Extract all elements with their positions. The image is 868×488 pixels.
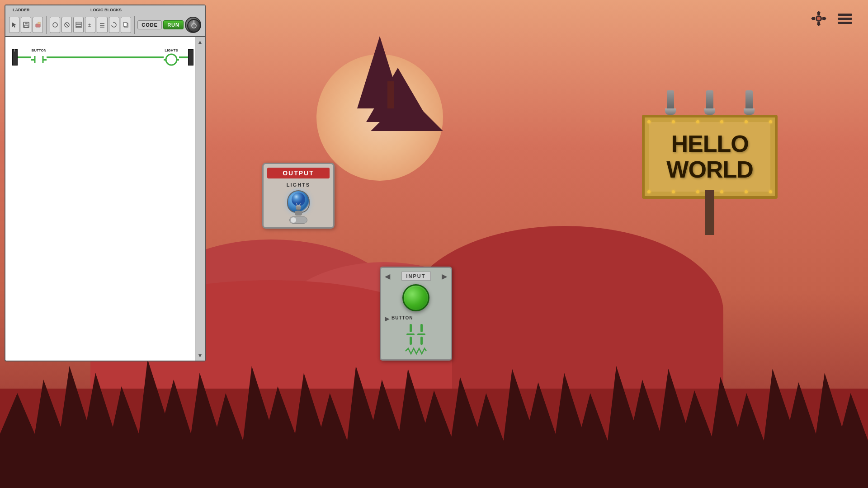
lights-label: LIGHTS xyxy=(267,182,330,188)
scroll-down[interactable]: ▼ xyxy=(198,352,203,359)
input-title: INPUT xyxy=(401,272,431,281)
svg-rect-11 xyxy=(36,24,40,27)
tool-save[interactable] xyxy=(21,17,31,33)
svg-line-15 xyxy=(65,23,69,27)
rail-right xyxy=(188,49,193,66)
toolbar-buttons: ± CODE RUN xyxy=(9,16,201,34)
tool-stack[interactable] xyxy=(73,17,84,33)
input-arrow-right[interactable]: ▶ xyxy=(442,272,447,281)
tool-math[interactable]: ± xyxy=(85,17,95,33)
svg-point-0 xyxy=(292,192,305,206)
output-toggle[interactable] xyxy=(267,216,330,224)
toggle-knob[interactable] xyxy=(289,216,307,224)
gear-icon[interactable] xyxy=(809,9,828,30)
svg-rect-46 xyxy=(838,14,852,16)
toolbar-labels: LADDER LOGIC BLOCKS xyxy=(9,8,201,14)
lights-coil-label: LIGHTS xyxy=(165,48,178,52)
tool-rotate[interactable] xyxy=(109,17,119,33)
input-panel: ◀ INPUT ▶ ▶ BUTTON xyxy=(380,267,452,361)
tool-eraser[interactable] xyxy=(33,17,43,33)
svg-rect-18 xyxy=(76,27,81,28)
output-panel: OUTPUT LIGHTS xyxy=(262,163,335,229)
green-button-container xyxy=(385,284,447,311)
svg-point-37 xyxy=(817,17,821,20)
lights-coil: LIGHTS xyxy=(164,48,179,66)
scroll-up[interactable]: ▲ xyxy=(198,39,203,45)
contact-symbol xyxy=(31,53,47,66)
tree-bot xyxy=(371,95,443,131)
wire-right xyxy=(179,56,188,58)
button-label: BUTTON xyxy=(392,315,413,320)
svg-rect-5 xyxy=(296,207,301,209)
button-contact: BUTTON xyxy=(31,48,47,66)
svg-point-34 xyxy=(166,54,177,65)
svg-rect-12 xyxy=(38,22,40,24)
output-title: OUTPUT xyxy=(267,168,330,178)
scrollbar: ▲ ▼ xyxy=(195,37,205,361)
menu-icon[interactable] xyxy=(835,9,854,30)
svg-rect-4 xyxy=(296,206,301,207)
tool-cursor[interactable] xyxy=(9,17,19,33)
button-contact-label: BUTTON xyxy=(31,48,46,52)
input-arrow-left[interactable]: ◀ xyxy=(385,272,390,281)
ladder-area: I BUTTON LIGHTS xyxy=(5,37,205,361)
ladder-symbol xyxy=(385,324,447,345)
tool-contact-nc[interactable] xyxy=(61,17,72,33)
svg-rect-16 xyxy=(76,22,81,24)
input-header: ◀ INPUT ▶ xyxy=(385,272,447,281)
svg-rect-9 xyxy=(25,22,28,24)
toolbar: LADDER LOGIC BLOCKS xyxy=(5,5,205,37)
billboard-text: HELLO WORLD xyxy=(658,131,761,183)
rung-1: I BUTTON LIGHTS xyxy=(12,48,193,66)
billboard: HELLO WORLD xyxy=(642,90,778,199)
wire-middle xyxy=(47,56,164,58)
wave-symbol xyxy=(385,347,447,356)
label-logic: LOGIC BLOCKS xyxy=(90,8,122,12)
tool-copy[interactable] xyxy=(121,17,131,33)
billboard-inner: HELLO WORLD xyxy=(649,122,770,192)
svg-rect-47 xyxy=(838,18,852,20)
run-button[interactable]: RUN xyxy=(163,20,184,29)
svg-rect-17 xyxy=(76,24,81,26)
bulb-container xyxy=(267,190,330,213)
input-bottom: ▶ BUTTON xyxy=(385,315,447,356)
tool-compare[interactable] xyxy=(97,17,107,33)
svg-marker-7 xyxy=(12,22,17,28)
svg-text:±: ± xyxy=(88,22,91,28)
svg-rect-6 xyxy=(297,209,300,210)
bulb-icon xyxy=(287,190,310,213)
svg-rect-48 xyxy=(838,22,852,24)
tool-contact-no[interactable] xyxy=(50,17,60,33)
svg-point-13 xyxy=(53,23,57,27)
code-button[interactable]: CODE xyxy=(137,20,162,29)
coil-symbol xyxy=(164,53,179,66)
input-side-arrow: ▶ xyxy=(385,315,390,322)
left-panel: LADDER LOGIC BLOCKS xyxy=(5,5,206,361)
billboard-frame: HELLO WORLD xyxy=(642,115,778,199)
divider-1 xyxy=(46,16,47,34)
toolbar-wrapper: LADDER LOGIC BLOCKS xyxy=(9,8,201,34)
svg-rect-25 xyxy=(123,23,127,26)
top-right-icons xyxy=(809,9,854,30)
label-ladder: LADDER xyxy=(13,8,30,12)
green-button[interactable] xyxy=(402,284,429,311)
rail-left: I xyxy=(12,49,18,66)
billboard-pole xyxy=(705,190,714,235)
wire-1 xyxy=(18,56,31,58)
settings-knob[interactable] xyxy=(185,17,201,33)
divider-2 xyxy=(134,16,135,34)
tree-trunk xyxy=(387,81,394,108)
